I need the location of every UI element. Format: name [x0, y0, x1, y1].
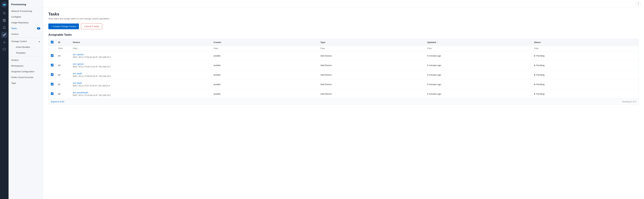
status-dot	[534, 84, 535, 85]
row-updated: 6 minutes ago	[425, 61, 532, 70]
section-title: Assignable Tasks	[48, 33, 639, 36]
main-content: ? Tasks View tasks and assign tasks to n…	[43, 0, 644, 199]
row-id: 62	[56, 70, 70, 80]
export-csv-link[interactable]: Export to CSV	[51, 100, 64, 103]
nodes-nav-icon[interactable]	[1, 46, 7, 52]
device-link[interactable]: dc1-borderleaf1	[73, 91, 209, 94]
row-checkbox[interactable]	[51, 64, 54, 66]
row-type: Add Device	[318, 61, 425, 70]
row-device: dc1-leaf2 MAC: 00:1c:73:56:00:16 IP: 192…	[70, 70, 211, 80]
device-detail: MAC: 00:1c:73:d4:c1:0e IP: 192.168.20.2	[73, 66, 209, 68]
sidebar-item-snapshot-configuration[interactable]: Snapshot Configuration	[8, 69, 43, 74]
create-change-control-button[interactable]: + Create Change Control	[48, 23, 79, 29]
tasks-table: ID Device Creator Type Updated	[48, 39, 638, 99]
filter-device-cell	[70, 46, 211, 51]
key-nav-icon[interactable]	[1, 32, 7, 38]
filter-checkbox-cell	[48, 46, 56, 51]
table-footer: Export to CSV Showing 5 of 5	[48, 99, 638, 105]
row-device: dc1-leaf1 MAC: 00:1c:73:57:10:f4 IP: 192…	[70, 80, 211, 89]
row-device: dc1-spine1 MAC: 00:1c:73:d4:c1:0e IP: 19…	[70, 61, 211, 70]
row-type: Add Device	[318, 80, 425, 89]
sidebar-item-network-provisioning[interactable]: Network Provisioning	[8, 8, 43, 14]
device-link[interactable]: dc1-leaf1	[73, 82, 209, 84]
icon-bar	[0, 0, 8, 199]
header-id: ID	[56, 39, 70, 46]
page-subtitle: View tasks and assign tasks to new chang…	[48, 17, 639, 20]
row-checkbox[interactable]	[51, 83, 54, 85]
chevron-up-icon: ▲	[38, 40, 40, 42]
row-id: 60	[56, 89, 70, 99]
device-detail: MAC: 00:1c:73:0a:9c:bd IP: 192.168.20.3	[73, 56, 209, 58]
row-type: Add Device	[318, 51, 425, 61]
device-link[interactable]: dc1-leaf2	[73, 72, 209, 75]
filter-status-cell	[532, 46, 638, 51]
cancel-tasks-button[interactable]: Cancel 5 Tasks	[81, 23, 102, 29]
sidebar-item-tags[interactable]: Tags	[8, 80, 43, 86]
sidebar-item-label: Actions	[11, 33, 18, 35]
sidebar-item-configlets[interactable]: Configlets	[8, 14, 43, 20]
sidebar-item-studios[interactable]: Studios	[8, 57, 43, 63]
search-nav-icon[interactable]	[1, 10, 7, 16]
sidebar-item-label: Studios	[11, 59, 18, 61]
filter-status-input[interactable]	[534, 47, 636, 50]
row-id: 63	[56, 61, 70, 70]
row-checkbox[interactable]	[51, 92, 54, 95]
row-checkbox[interactable]	[51, 54, 54, 57]
sort-icon: ↓	[437, 41, 438, 43]
sidebar-item-label: Action Bundles	[16, 46, 30, 48]
svg-rect-6	[4, 21, 6, 22]
sidebar-section-change-control[interactable]: Change Control ▲	[8, 38, 43, 44]
app-logo[interactable]	[1, 2, 7, 7]
status-dot	[534, 55, 535, 56]
svg-marker-10	[3, 48, 6, 51]
tasks-badge: 5	[37, 27, 40, 29]
svg-point-1	[3, 12, 5, 14]
bell-nav-icon[interactable]	[1, 25, 7, 30]
sidebar-item-public-cloud-accounts[interactable]: Public Cloud Accounts	[8, 74, 43, 80]
sidebar: Provisioning Network Provisioning Config…	[8, 0, 43, 199]
device-detail: MAC: 00:1c:73:56:00:16 IP: 192.168.20.5	[73, 75, 209, 77]
filter-creator-input[interactable]	[214, 47, 316, 50]
select-all-checkbox[interactable]	[51, 41, 54, 43]
top-bar: ?	[43, 0, 644, 7]
header-device: Device	[70, 39, 211, 46]
filter-type-input[interactable]	[320, 47, 423, 50]
svg-rect-5	[3, 21, 4, 22]
status-dot	[534, 93, 535, 95]
row-device: dc1-spine2 MAC: 00:1c:73:0a:9c:bd IP: 19…	[70, 51, 211, 61]
sidebar-item-tasks[interactable]: Tasks 5	[8, 25, 43, 31]
sidebar-item-action-bundles[interactable]: Action Bundles	[13, 44, 43, 50]
table-body: 64 dc1-spine2 MAC: 00:1c:73:0a:9c:bd IP:…	[48, 51, 638, 99]
sidebar-item-label: Templates	[16, 52, 26, 54]
grid-nav-icon[interactable]	[1, 17, 7, 23]
header-status: Status	[532, 39, 638, 46]
header-updated[interactable]: Updated ↓	[425, 39, 532, 46]
sidebar-item-templates[interactable]: Templates	[13, 50, 43, 56]
sidebar-item-actions[interactable]: Actions	[8, 31, 43, 37]
sidebar-item-workspaces[interactable]: Workspaces	[8, 63, 43, 69]
svg-line-2	[5, 14, 6, 15]
row-checkbox[interactable]	[51, 73, 54, 76]
filter-row	[48, 46, 638, 51]
filter-id-input[interactable]	[58, 47, 68, 50]
device-link[interactable]: dc1-spine1	[73, 63, 209, 65]
row-type: Add Device	[318, 89, 425, 99]
row-checkbox-cell	[48, 51, 56, 61]
filter-updated-input[interactable]	[427, 47, 530, 50]
row-updated: 6 minutes ago	[425, 80, 532, 89]
filter-type-cell	[318, 46, 425, 51]
row-device: dc1-borderleaf1 MAC: 00:1c:73:c4:4a:1d I…	[70, 89, 211, 99]
device-link[interactable]: dc1-spine2	[73, 53, 209, 56]
chart-nav-icon[interactable]	[1, 39, 7, 45]
table-row: 63 dc1-spine1 MAC: 00:1c:73:d4:c1:0e IP:…	[48, 61, 638, 70]
row-type: Add Device	[318, 70, 425, 80]
actions-row: + Create Change Control Cancel 5 Tasks	[48, 23, 639, 29]
filter-updated-cell	[425, 46, 532, 51]
row-status: Pending	[532, 51, 638, 61]
help-icon[interactable]: ?	[636, 1, 641, 6]
sidebar-item-image-repository[interactable]: Image Repository	[8, 20, 43, 25]
row-status: Pending	[532, 89, 638, 99]
row-creator: ansible	[211, 51, 318, 61]
filter-device-input[interactable]	[73, 47, 209, 50]
sidebar-item-label: Workspaces	[11, 65, 23, 67]
